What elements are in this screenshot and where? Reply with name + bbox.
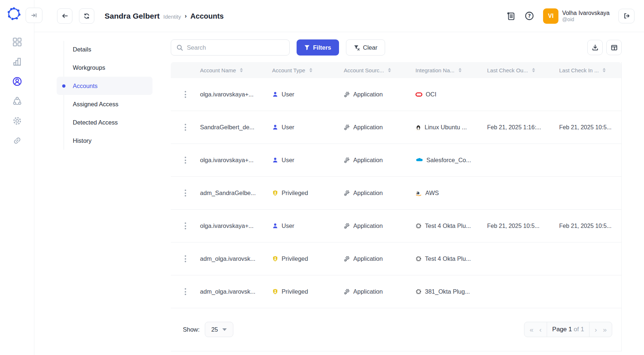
page-indicator: Page 1 of 1 bbox=[552, 326, 584, 333]
application-gears-icon bbox=[344, 289, 350, 295]
nav-item-label: Assigned Access bbox=[73, 101, 118, 108]
dashboard-icon[interactable] bbox=[12, 37, 23, 47]
chevron-right-icon: › bbox=[185, 12, 187, 20]
sort-icon[interactable] bbox=[603, 68, 606, 73]
oci-icon bbox=[415, 91, 422, 98]
next-page-button[interactable]: › bbox=[595, 326, 597, 333]
last-page-button[interactable]: » bbox=[603, 326, 607, 333]
app-logo[interactable] bbox=[6, 6, 22, 22]
row-menu-button[interactable] bbox=[171, 210, 200, 242]
filters-button[interactable]: Filters bbox=[297, 39, 339, 56]
sidebar-collapse-button[interactable] bbox=[26, 8, 42, 23]
table-header: Account NameAccount TypeAccount Sourc...… bbox=[171, 62, 621, 78]
integration-label: AWS bbox=[425, 190, 439, 196]
logout-button[interactable] bbox=[618, 9, 634, 23]
columns-button[interactable] bbox=[606, 40, 622, 55]
top-bar-right: ? VI Volha Ivarovskaya @oid bbox=[506, 8, 644, 24]
application-gears-icon bbox=[344, 223, 350, 229]
account-type-cell: User bbox=[272, 91, 344, 98]
clear-filters-button[interactable]: Clear bbox=[346, 39, 385, 56]
row-menu-button[interactable] bbox=[171, 78, 200, 111]
breadcrumb-identity-name: Sandra Gelbert bbox=[105, 12, 160, 20]
okta-icon bbox=[415, 289, 422, 295]
refresh-icon bbox=[83, 13, 90, 19]
integration-label: 381_Okta Plug... bbox=[425, 288, 470, 295]
settings-icon[interactable] bbox=[12, 115, 23, 126]
account-name: olga.ivarovskaya+... bbox=[200, 157, 253, 164]
sort-icon[interactable] bbox=[240, 68, 243, 73]
kebab-icon bbox=[185, 222, 186, 229]
column-header-label: Last Check Ou... bbox=[487, 67, 528, 73]
export-button[interactable] bbox=[587, 40, 603, 55]
clear-label: Clear bbox=[363, 44, 377, 51]
sidebar-item-history[interactable]: History bbox=[57, 131, 152, 150]
integration-cell: aAWS bbox=[415, 190, 487, 196]
first-page-button[interactable]: « bbox=[530, 326, 534, 333]
salesforce-icon bbox=[415, 157, 423, 163]
account-source-label: Application bbox=[353, 91, 383, 98]
account-source-label: Application bbox=[353, 190, 383, 196]
help-icon[interactable]: ? bbox=[524, 11, 534, 21]
integration-cell: OCI bbox=[415, 91, 487, 98]
sort-icon[interactable] bbox=[388, 68, 391, 73]
link-icon[interactable] bbox=[12, 135, 23, 146]
account-source-cell: Application bbox=[344, 91, 415, 98]
sidebar-item-detected-access[interactable]: Detected Access bbox=[57, 113, 152, 131]
column-header: Account Name bbox=[200, 67, 272, 73]
sidebar-item-accounts[interactable]: Accounts bbox=[57, 77, 152, 95]
kebab-icon bbox=[185, 91, 186, 98]
account-name-cell: SandraGelbert_de... bbox=[200, 124, 272, 131]
row-menu-button[interactable] bbox=[171, 144, 200, 176]
aws-icon: a bbox=[415, 190, 422, 196]
linux-icon bbox=[415, 124, 421, 130]
page-size-select[interactable]: 25 bbox=[205, 322, 233, 337]
row-menu-button[interactable] bbox=[171, 275, 200, 308]
filter-icon bbox=[304, 45, 310, 50]
sort-icon[interactable] bbox=[532, 68, 535, 73]
kebab-icon bbox=[185, 190, 186, 196]
sort-icon[interactable] bbox=[459, 68, 462, 73]
filters-label: Filters bbox=[313, 44, 331, 51]
row-menu-button[interactable] bbox=[171, 111, 200, 144]
account-source-cell: Application bbox=[344, 124, 415, 131]
privileged-icon bbox=[272, 256, 278, 262]
sidebar-item-workgroups[interactable]: Workgroups bbox=[57, 58, 152, 77]
account-type-label: Privileged bbox=[282, 288, 308, 295]
user-badge[interactable]: VI Volha Ivarovskaya @oid bbox=[543, 8, 610, 24]
refresh-button[interactable] bbox=[79, 8, 94, 24]
top-bar: Sandra Gelbert Identity › Accounts ? VI … bbox=[34, 0, 644, 32]
account-name-cell: adm_olga.ivarovsk... bbox=[200, 255, 272, 262]
page-total: of 1 bbox=[574, 326, 584, 333]
search-box[interactable] bbox=[171, 39, 290, 56]
user-icon bbox=[272, 124, 278, 130]
identity-icon[interactable] bbox=[12, 76, 23, 87]
column-header-label: Account Name bbox=[200, 67, 236, 73]
account-source-cell: Application bbox=[344, 157, 415, 164]
sort-icon[interactable] bbox=[309, 68, 312, 73]
row-menu-button[interactable] bbox=[171, 243, 200, 275]
changelog-icon[interactable] bbox=[506, 11, 516, 21]
sidebar-item-assigned-access[interactable]: Assigned Access bbox=[57, 95, 152, 113]
active-dot bbox=[62, 84, 65, 88]
column-header-label: Account Sourc... bbox=[344, 67, 384, 73]
account-source-label: Application bbox=[353, 288, 383, 295]
connections-icon[interactable] bbox=[12, 96, 23, 107]
nav-item-label: Workgroups bbox=[73, 64, 105, 71]
row-menu-button[interactable] bbox=[171, 177, 200, 209]
kebab-icon bbox=[185, 255, 186, 262]
analytics-icon[interactable] bbox=[12, 56, 23, 67]
nav-item-label: Accounts bbox=[73, 83, 98, 89]
back-button[interactable] bbox=[57, 8, 72, 24]
last-check-in-cell: Feb 21, 2025 10:5... bbox=[559, 124, 622, 131]
sidebar-item-details[interactable]: Details bbox=[57, 40, 152, 58]
table-row: adm_SandraGelbe...PrivilegedApplicationa… bbox=[171, 177, 621, 210]
privileged-icon bbox=[272, 289, 278, 295]
avatar[interactable]: VI bbox=[543, 8, 558, 24]
account-name-cell: olga.ivarovskaya+... bbox=[200, 157, 272, 164]
search-input[interactable] bbox=[187, 44, 284, 51]
table-footer: Show: 25 « ‹ Page 1 of 1 › » bbox=[171, 321, 621, 337]
accounts-table: Account NameAccount TypeAccount Sourc...… bbox=[171, 62, 622, 351]
column-header-label: Integration Na... bbox=[415, 67, 455, 73]
previous-page-button[interactable]: ‹ bbox=[539, 326, 542, 333]
integration-cell: 381_Okta Plug... bbox=[415, 288, 487, 295]
